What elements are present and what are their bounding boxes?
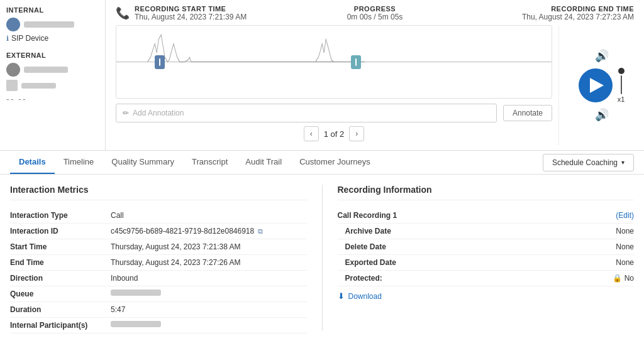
playhead-left-handle[interactable] [155,55,165,69]
sip-device-row: ℹ SIP Device [6,34,99,43]
prev-page-button[interactable]: ‹ [304,126,319,141]
right-controls: 🔊 x1 [558,25,634,145]
metric-value-queue [111,290,161,296]
interaction-id-text: c45c9756-b689-4821-9719-8d12e0846918 [111,227,254,235]
metric-row-queue: Queue [10,286,307,302]
sip-label: SIP Device [11,34,48,43]
metric-row-end: End Time Thursday, August 24, 2023 7:27:… [10,255,307,271]
internal-section: INTERNAL ℹ SIP Device [6,6,99,43]
section-divider [322,185,323,331]
progress-label: PROGRESS [289,5,462,13]
speed-slider[interactable] [618,68,625,94]
next-page-button[interactable]: › [349,126,364,141]
recording-end: RECORDING END TIME Thu, August 24, 2023 … [461,5,634,21]
play-button[interactable] [579,68,613,102]
recording-meta: 📞 RECORDING START TIME Thu, August 24, 2… [116,5,634,21]
metric-value-start: Thursday, August 24, 2023 7:21:38 AM [111,242,241,251]
metric-row-type: Interaction Type Call [10,208,307,224]
external-section: EXTERNAL -- -- [6,51,99,104]
tab-quality-summary[interactable]: Quality Summary [103,151,183,174]
external-avatar [6,63,20,77]
metric-value-direction: Inbound [111,274,138,283]
pagination-row: ‹ 1 of 2 › [116,122,552,145]
speaker-icon-bottom[interactable]: 🔊 [595,109,609,121]
metric-value-participants [111,321,161,327]
phone-icon: 📞 [116,6,130,20]
metric-row-duration: Duration 5:47 [10,302,307,318]
recording-start: 📞 RECORDING START TIME Thu, August 24, 2… [116,5,289,21]
annotation-input[interactable]: ✏ Add Annotation [116,104,497,122]
exported-date-value: None [616,258,634,267]
external-icon-row [6,80,99,91]
volume-top: 🔊 [595,49,609,63]
slider-line [621,75,622,94]
play-icon [590,78,604,93]
metric-label-end: End Time [10,258,111,267]
call-recording-label: Call Recording 1 [338,211,397,220]
speed-control[interactable]: x1 [618,68,625,103]
metrics-section: Interaction Metrics Interaction Type Cal… [10,185,307,331]
rec-start-label: RECORDING START TIME [135,5,247,13]
metric-label-duration: Duration [10,305,111,314]
rec-info-header: Recording Information [338,185,635,200]
lock-icon: 🔒 [613,274,622,283]
speed-label: x1 [618,95,625,103]
controls-row: ✏ Add Annotation Annotate [116,104,552,122]
player-row: x1 [579,68,625,103]
download-icon: ⬇ [338,291,345,301]
metric-row-direction: Direction Inbound [10,271,307,286]
rec-start-info: RECORDING START TIME Thu, August 24, 202… [135,5,247,21]
tabs-bar: Details Timeline Quality Summary Transcr… [0,151,644,175]
waveform[interactable] [116,25,552,99]
metric-value-duration: 5:47 [111,305,125,314]
metric-label-id: Interaction ID [10,227,111,235]
edit-link[interactable]: (Edit) [616,211,634,220]
schedule-coaching-button[interactable]: Schedule Coaching ▾ [543,154,634,171]
rec-end-label: RECORDING END TIME [461,5,634,13]
tab-timeline[interactable]: Timeline [55,151,103,174]
metric-label-queue: Queue [10,290,111,298]
metric-label-start: Start Time [10,242,111,251]
tab-customer-journeys[interactable]: Customer Journeys [291,151,379,174]
archive-date-value: None [616,227,634,235]
rec-info-row-archive: Archive Date None [338,224,635,239]
volume-bottom: 🔊 [595,108,609,122]
chevron-down-icon: ▾ [621,159,625,166]
metric-row-id: Interaction ID c45c9756-b689-4821-9719-8… [10,224,307,239]
rec-info-title: Recording Information [338,185,432,195]
protected-row: Protected: 🔒 No [338,271,635,286]
playhead-right-handle[interactable] [351,55,361,69]
page-info: 1 of 2 [324,129,345,139]
info-icon: ℹ [6,35,9,43]
pencil-icon: ✏ [123,109,129,117]
content-area: Interaction Metrics Interaction Type Cal… [0,175,644,341]
internal-label: INTERNAL [6,6,99,14]
metric-row-participants: Internal Participant(s) [10,318,307,333]
external-label: EXTERNAL [6,51,99,59]
download-link[interactable]: ⬇ Download [338,291,635,301]
speaker-icon-top[interactable]: 🔊 [595,50,609,62]
internal-name-bar [24,21,74,28]
progress-value: 0m 00s / 5m 05s [289,13,462,21]
external-user-row [6,63,99,77]
recording-info-section: Recording Information Call Recording 1 (… [338,185,635,331]
metric-row-start: Start Time Thursday, August 24, 2023 7:2… [10,239,307,255]
recording-header: 📞 RECORDING START TIME Thu, August 24, 2… [116,5,634,21]
internal-user-row [6,18,99,31]
rec-start-value: Thu, August 24, 2023 7:21:39 AM [135,13,247,21]
slider-thumb [618,68,625,74]
tabs-right: Schedule Coaching ▾ [543,154,634,171]
tab-audit-trail[interactable]: Audit Trail [236,151,291,174]
annotation-placeholder: Add Annotation [133,109,184,117]
tab-transcript[interactable]: Transcript [183,151,236,174]
annotate-button[interactable]: Annotate [503,105,552,121]
tab-details[interactable]: Details [10,151,55,174]
metric-value-type: Call [111,211,124,220]
protected-value: 🔒 No [613,274,634,283]
sidebar: INTERNAL ℹ SIP Device EXTERNAL [0,0,106,150]
call-recording-row: Call Recording 1 (Edit) [338,208,635,224]
copy-icon[interactable]: ⧉ [258,227,263,235]
archive-date-label: Archive Date [338,227,391,235]
metric-value-id: c45c9756-b689-4821-9719-8d12e0846918 ⧉ [111,227,263,235]
rec-info-row-delete: Delete Date None [338,239,635,255]
